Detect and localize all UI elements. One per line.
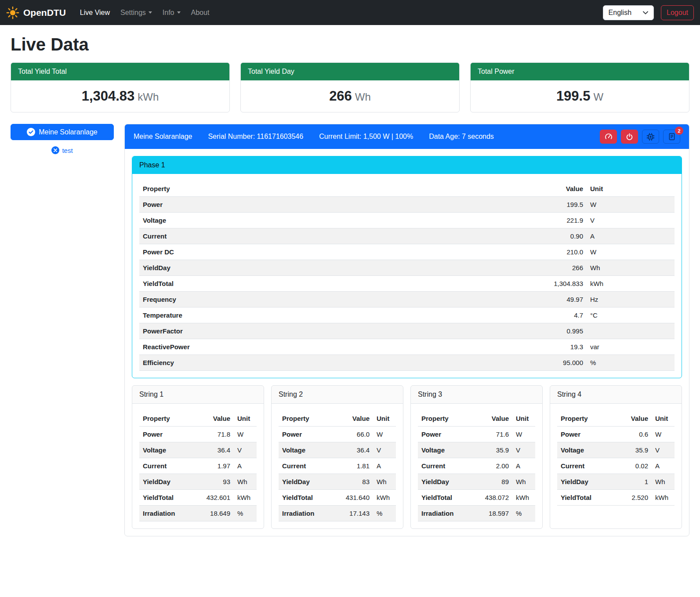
card-title: Total Power (471, 63, 689, 80)
property-cell: Voltage (279, 442, 339, 458)
value-cell: 0.90 (525, 228, 587, 244)
table-row: Power 199.5 W (139, 197, 675, 213)
inverter-select-button[interactable]: Meine Solaranlage (11, 124, 114, 140)
property-cell: PowerFactor (139, 323, 525, 339)
table-row: YieldTotal 432.601 kWh (139, 490, 257, 506)
string-title: String 4 (550, 386, 682, 404)
event-log-button[interactable]: 2 (663, 130, 680, 144)
card-value: 266 (329, 88, 352, 104)
property-cell: YieldTotal (418, 490, 478, 506)
gauge-icon (605, 133, 613, 141)
power-button[interactable] (621, 130, 638, 144)
nav-item-settings[interactable]: Settings (115, 5, 157, 20)
unit-cell: W (652, 427, 675, 442)
value-cell: 89 (478, 474, 512, 490)
value-cell: 1.81 (339, 458, 373, 474)
property-cell: YieldDay (139, 260, 525, 276)
nav-item-about[interactable]: About (186, 5, 215, 20)
table-row: Voltage 35.9 V (418, 442, 535, 458)
table-row: Efficiency 95.000 % (139, 355, 675, 371)
nav-item-live-view[interactable]: Live View (75, 5, 115, 20)
string-table: Property Value Unit Power (139, 411, 257, 521)
nav-item-info[interactable]: Info (157, 5, 186, 20)
card-unit: Wh (355, 91, 371, 103)
table-row: YieldTotal 1,304.833 kWh (139, 276, 675, 292)
value-cell: 1 (617, 474, 652, 490)
x-circle-icon[interactable] (51, 146, 59, 154)
unit-cell: V (512, 442, 535, 458)
chevron-down-icon (149, 11, 152, 14)
property-cell: Power (279, 427, 339, 442)
table-row: Voltage 35.9 V (557, 442, 675, 458)
unit-cell: A (373, 458, 396, 474)
col-property: Property (418, 411, 478, 427)
property-cell: YieldTotal (557, 490, 617, 506)
string-card-1: String 1 Property Value Unit (132, 385, 264, 529)
sidebar-item-test[interactable]: test (11, 146, 114, 154)
table-header-row: Property Value Unit (279, 411, 396, 427)
col-unit: Unit (373, 411, 396, 427)
table-row: Voltage 36.4 V (139, 442, 257, 458)
unit-cell: V (234, 442, 257, 458)
inverter-limit: Current Limit: 1,500 W | 100% (319, 133, 413, 141)
property-cell: Power (557, 427, 617, 442)
phase-card: Phase 1 Property Value Unit (132, 156, 682, 378)
col-property: Property (279, 411, 339, 427)
logout-button[interactable]: Logout (661, 5, 694, 20)
chevron-down-icon (177, 11, 181, 14)
col-value: Value (617, 411, 652, 427)
value-cell: 18.597 (478, 506, 512, 521)
table-header-row: Property Value Unit (418, 411, 535, 427)
string-card-3: String 3 Property Value Unit (410, 385, 543, 529)
value-cell: 49.97 (525, 292, 587, 308)
unit-cell: % (373, 506, 396, 521)
value-cell: 210.0 (525, 244, 587, 260)
unit-cell: A (512, 458, 535, 474)
property-cell: YieldTotal (139, 276, 525, 292)
unit-cell: W (234, 427, 257, 442)
table-row: Voltage 36.4 V (279, 442, 396, 458)
unit-cell: Wh (234, 474, 257, 490)
unit-cell: Wh (512, 474, 535, 490)
value-cell: 438.072 (478, 490, 512, 506)
unit-cell: kWh (234, 490, 257, 506)
property-cell: YieldDay (279, 474, 339, 490)
limit-settings-button[interactable] (600, 130, 617, 144)
table-row: YieldDay 83 Wh (279, 474, 396, 490)
unit-cell: V (652, 442, 675, 458)
page-container: Live Data Total Yield Total 1,304.83kWh … (0, 25, 700, 549)
nav-links: Live View Settings Info About (75, 5, 215, 20)
unit-cell: kWh (652, 490, 675, 506)
table-row: PowerFactor 0.995 (139, 323, 675, 339)
property-cell: Voltage (139, 442, 199, 458)
value-cell: 266 (525, 260, 587, 276)
value-cell: 221.9 (525, 213, 587, 228)
value-cell: 0.02 (617, 458, 652, 474)
string-table: Property Value Unit Power (557, 411, 675, 506)
language-select[interactable]: English (603, 5, 654, 20)
content-row: Meine Solaranlage test Meine Solaranlage… (11, 124, 689, 536)
value-cell: 1,304.833 (525, 276, 587, 292)
value-cell: 66.0 (339, 427, 373, 442)
string-table: Property Value Unit Power (418, 411, 535, 521)
property-cell: Power (418, 427, 478, 442)
table-row: Power 71.8 W (139, 427, 257, 442)
table-row: Power 0.6 W (557, 427, 675, 442)
value-cell: 93 (199, 474, 234, 490)
table-row: Irradiation 18.597 % (418, 506, 535, 521)
table-row: Power DC 210.0 W (139, 244, 675, 260)
property-cell: Irradiation (279, 506, 339, 521)
value-cell: 2.520 (617, 490, 652, 506)
string-card-2: String 2 Property Value Unit (271, 385, 403, 529)
inverter-panel: Meine Solaranlage Serial Number: 1161716… (124, 124, 689, 536)
table-row: Current 0.02 A (557, 458, 675, 474)
card-value-row: 1,304.83kWh (11, 80, 229, 112)
value-cell: 0.6 (617, 427, 652, 442)
card-title: Total Yield Day (241, 63, 459, 80)
unit-cell: % (512, 506, 535, 521)
card-unit: kWh (138, 91, 159, 103)
table-row: Irradiation 18.649 % (139, 506, 257, 521)
device-info-button[interactable] (642, 130, 659, 144)
card-total-yield-total: Total Yield Total 1,304.83kWh (11, 62, 230, 112)
brand[interactable]: OpenDTU (6, 6, 66, 19)
